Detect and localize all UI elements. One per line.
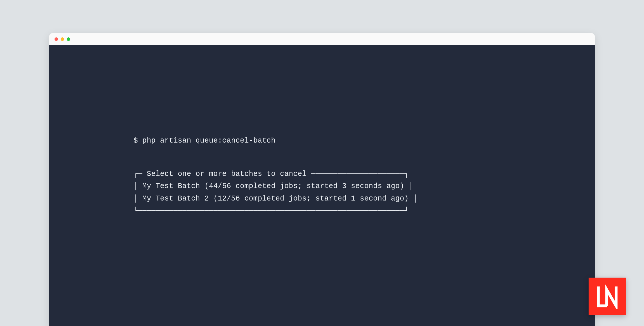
close-icon[interactable] bbox=[55, 37, 58, 41]
terminal-window: $ php artisan queue:cancel-batch ┌─ Sele… bbox=[49, 33, 595, 326]
ln-logo-icon bbox=[594, 283, 620, 309]
logo-badge bbox=[589, 278, 626, 315]
command-prompt: $ php artisan queue:cancel-batch bbox=[133, 135, 595, 147]
selection-option[interactable]: │ My Test Batch (44/56 completed jobs; s… bbox=[133, 180, 595, 193]
terminal-body[interactable]: $ php artisan queue:cancel-batch ┌─ Sele… bbox=[49, 45, 595, 326]
minimize-icon[interactable] bbox=[61, 37, 64, 41]
selection-box-bottom: └───────────────────────────────────────… bbox=[133, 205, 595, 217]
selection-option[interactable]: │ My Test Batch 2 (12/56 completed jobs;… bbox=[133, 193, 595, 205]
window-titlebar bbox=[49, 33, 595, 45]
selection-box-top: ┌─ Select one or more batches to cancel … bbox=[133, 168, 595, 181]
maximize-icon[interactable] bbox=[67, 37, 70, 41]
